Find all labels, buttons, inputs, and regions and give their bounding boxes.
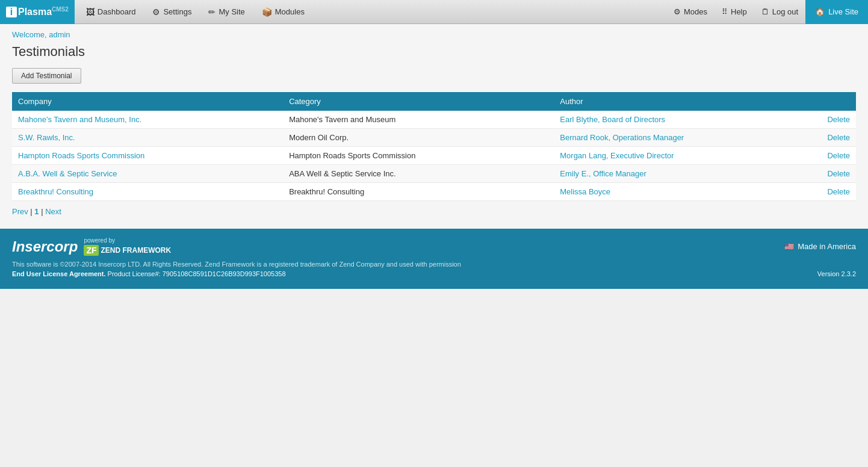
- made-in-america-text: Made in America: [798, 242, 856, 251]
- nav-settings[interactable]: ⚙ Settings: [144, 0, 200, 24]
- delete-link[interactable]: Delete: [827, 151, 850, 160]
- table-row: Breakthru! ConsultingBreakthru! Consulti…: [12, 183, 856, 201]
- cell-category: ABA Well & Septic Service Inc.: [283, 165, 554, 183]
- cell-delete[interactable]: Delete: [820, 183, 856, 201]
- footer: Insercorp powered by ZF ZEND FRAMEWORK 🇺…: [0, 229, 868, 289]
- cell-company[interactable]: Hampton Roads Sports Commission: [12, 147, 283, 165]
- pagination: Prev | 1 | Next: [12, 207, 856, 216]
- cell-category: Breakthru! Consulting: [283, 183, 554, 201]
- nav-modules[interactable]: 📦 Modules: [253, 0, 313, 24]
- logo-area: i PlasmaCMS2: [0, 0, 75, 24]
- page-title: Testimonials: [12, 44, 856, 60]
- current-page: 1: [34, 207, 39, 216]
- nav-items: 🖼 Dashboard ⚙ Settings ✏ My Site 📦 Modul…: [78, 0, 666, 24]
- nav-help-label: Help: [731, 7, 747, 16]
- cell-company[interactable]: S.W. Rawls, Inc.: [12, 129, 283, 147]
- nav-right: ⚙ Modes ⠿ Help 🗒 Log out 🏠 Live Site: [666, 0, 868, 24]
- cell-company[interactable]: A.B.A. Well & Septic Service: [12, 165, 283, 183]
- nav-settings-label: Settings: [163, 7, 191, 16]
- cell-author[interactable]: Melissa Boyce: [554, 183, 820, 201]
- cell-company[interactable]: Mahone's Tavern and Museum, Inc.: [12, 111, 283, 129]
- delete-link[interactable]: Delete: [827, 169, 850, 178]
- nav-logout-label: Log out: [772, 7, 798, 16]
- cell-category: Hampton Roads Sports Commission: [283, 147, 554, 165]
- cell-delete[interactable]: Delete: [820, 147, 856, 165]
- column-author: Author: [554, 92, 820, 111]
- nav-modules-label: Modules: [275, 7, 305, 16]
- insercorp-logo: Insercorp: [12, 238, 78, 255]
- cell-delete[interactable]: Delete: [820, 165, 856, 183]
- nav-modes-label: Modes: [684, 7, 707, 16]
- nav-dashboard-label: Dashboard: [98, 7, 136, 16]
- footer-copyright: This software is ©2007-2014 Insercorp LT…: [12, 261, 856, 268]
- cell-author[interactable]: Emily E., Office Manager: [554, 165, 820, 183]
- delete-link[interactable]: Delete: [827, 115, 850, 124]
- modes-icon: ⚙: [674, 7, 681, 16]
- cell-category: Modern Oil Corp.: [283, 129, 554, 147]
- powered-by-text: powered by: [84, 237, 115, 244]
- version-text: Version 2.3.2: [817, 270, 856, 277]
- logo-i-icon: i: [6, 7, 17, 17]
- welcome-text: Welcome, admin: [12, 30, 856, 39]
- add-testimonial-button[interactable]: Add Testimonial: [12, 68, 81, 84]
- testimonials-table: Company Category Author Mahone's Tavern …: [12, 92, 856, 201]
- settings-icon: ⚙: [152, 7, 160, 17]
- cell-delete[interactable]: Delete: [820, 111, 856, 129]
- footer-top: Insercorp powered by ZF ZEND FRAMEWORK 🇺…: [12, 237, 856, 256]
- help-icon: ⠿: [722, 7, 728, 16]
- logo-plasma-text: Plasma: [18, 7, 52, 17]
- nav-mysite-label: My Site: [219, 7, 244, 16]
- zend-framework-text: ZEND FRAMEWORK: [101, 246, 171, 255]
- next-page-link[interactable]: Next: [45, 207, 61, 216]
- column-actions: [820, 92, 856, 111]
- zend-zf-icon: ZF: [84, 245, 99, 256]
- nav-dashboard[interactable]: 🖼 Dashboard: [78, 0, 144, 24]
- column-category: Category: [283, 92, 554, 111]
- main-content: Welcome, admin Testimonials Add Testimon…: [0, 24, 868, 229]
- nav-logout[interactable]: 🗒 Log out: [754, 0, 805, 24]
- nav-modes[interactable]: ⚙ Modes: [666, 0, 715, 24]
- column-company: Company: [12, 92, 283, 111]
- license-label: End User License Agreement.: [12, 270, 105, 277]
- live-site-button[interactable]: 🏠 Live Site: [805, 0, 868, 24]
- table-row: Mahone's Tavern and Museum, Inc.Mahone's…: [12, 111, 856, 129]
- nav-help[interactable]: ⠿ Help: [715, 0, 754, 24]
- footer-powered-area: powered by ZF ZEND FRAMEWORK: [84, 237, 171, 256]
- nav-mysite[interactable]: ✏ My Site: [200, 0, 253, 24]
- logout-icon: 🗒: [761, 7, 769, 16]
- cell-company[interactable]: Breakthru! Consulting: [12, 183, 283, 201]
- delete-link[interactable]: Delete: [827, 187, 850, 196]
- cell-delete[interactable]: Delete: [820, 129, 856, 147]
- cell-author[interactable]: Morgan Lang, Executive Director: [554, 147, 820, 165]
- modules-icon: 📦: [262, 7, 272, 17]
- footer-logo-area: Insercorp powered by ZF ZEND FRAMEWORK: [12, 237, 171, 256]
- product-license-text: Product License#: 7905108C8591D1C26B93D9…: [108, 270, 286, 277]
- us-flag-icon: 🇺🇸: [784, 242, 794, 251]
- footer-license-text: End User License Agreement. Product Lice…: [12, 270, 286, 277]
- top-navigation: i PlasmaCMS2 🖼 Dashboard ⚙ Settings ✏ My…: [0, 0, 868, 24]
- table-row: A.B.A. Well & Septic ServiceABA Well & S…: [12, 165, 856, 183]
- logo-text: PlasmaCMS2: [18, 6, 69, 17]
- mysite-icon: ✏: [208, 7, 215, 17]
- cell-author[interactable]: Earl Blythe, Board of Directors: [554, 111, 820, 129]
- dashboard-icon: 🖼: [86, 7, 95, 17]
- cell-author[interactable]: Bernard Rook, Operations Manager: [554, 129, 820, 147]
- prev-page-link[interactable]: Prev: [12, 207, 28, 216]
- home-icon: 🏠: [815, 7, 825, 16]
- table-row: S.W. Rawls, Inc.Modern Oil Corp.Bernard …: [12, 129, 856, 147]
- table-row: Hampton Roads Sports CommissionHampton R…: [12, 147, 856, 165]
- logo-cms-text: CMS2: [52, 6, 69, 13]
- zend-logo: ZF ZEND FRAMEWORK: [84, 245, 171, 256]
- footer-license: End User License Agreement. Product Lice…: [12, 270, 856, 277]
- cell-category: Mahone's Tavern and Museum: [283, 111, 554, 129]
- made-in-america: 🇺🇸 Made in America: [784, 242, 856, 251]
- delete-link[interactable]: Delete: [827, 133, 850, 142]
- live-site-label: Live Site: [828, 7, 858, 16]
